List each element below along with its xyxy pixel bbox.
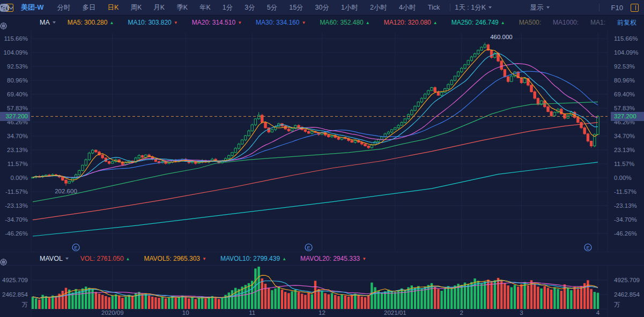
ma-value-disabled-ma500[interactable]: MA500: [519, 19, 541, 26]
mavol-value-mavol10[interactable]: MAVOL10: 2799.439▲ [220, 255, 286, 262]
mavol-value-vol[interactable]: VOL: 2761.050▲ [80, 255, 130, 262]
divider [599, 4, 599, 11]
tab-period-0[interactable]: 分时 [51, 3, 77, 12]
svg-text:-11.57%: -11.57% [614, 188, 636, 195]
mavol-selector[interactable]: MAVOL [40, 255, 69, 262]
ma-value-disabled-ma1000[interactable]: MA1000: [553, 19, 579, 26]
svg-text:69.40%: 69.40% [614, 91, 635, 97]
ma-selector[interactable]: MA [40, 19, 56, 26]
arrow-down-icon: ▼ [362, 256, 366, 261]
arrow-up-icon: ▲ [109, 20, 114, 25]
x-axis-month-label: 10 [182, 310, 189, 316]
chevron-down-icon [546, 6, 550, 9]
f10-button[interactable]: F10 [611, 4, 623, 12]
svg-text:115.66%: 115.66% [4, 35, 28, 42]
svg-text:34.70%: 34.70% [614, 133, 635, 139]
earnings-marker-icon: E [305, 244, 312, 251]
svg-text:57.83%: 57.83% [614, 105, 635, 111]
main-candlestick-chart[interactable]: 115.66%115.66%104.09%104.09%92.53%92.53%… [0, 29, 644, 252]
chevron-down-icon [53, 21, 56, 24]
mavol-value-mavol20[interactable]: MAVOL20: 2945.333▼ [300, 255, 366, 262]
svg-text:-34.70%: -34.70% [614, 216, 637, 223]
svg-text:0.00%: 0.00% [10, 175, 28, 181]
svg-text:104.09%: 104.09% [4, 49, 28, 56]
tab-period-14[interactable]: 4小时 [393, 3, 422, 12]
svg-text:E: E [307, 245, 310, 251]
mavol-values: VOL: 2761.050▲MAVOL5: 2965.303▼MAVOL10: … [80, 255, 380, 262]
arrow-up-icon: ▲ [366, 20, 370, 25]
svg-text:11.57%: 11.57% [614, 161, 634, 167]
ma-value-ma20[interactable]: MA20: 314.510▼ [192, 19, 242, 26]
ma-value-ma120[interactable]: MA120: 320.080▲ [384, 19, 438, 26]
svg-text:E: E [75, 245, 78, 251]
tab-period-11[interactable]: 30分 [309, 3, 335, 12]
multi-period-dropdown[interactable]: 1天 : 1分K [455, 3, 492, 12]
svg-text:92.53%: 92.53% [614, 63, 635, 70]
ma-value-ma10[interactable]: MA10: 303.820▼ [128, 19, 177, 26]
svg-text:80.96%: 80.96% [614, 77, 635, 84]
tab-period-4[interactable]: 月K [147, 3, 171, 12]
tab-period-13[interactable]: 2小时 [364, 3, 393, 12]
current-price-tag-left: 327.200 [0, 112, 30, 121]
earnings-marker-icon: E [584, 244, 591, 251]
svg-text:23.13%: 23.13% [614, 147, 635, 153]
arrow-down-icon: ▼ [174, 20, 178, 25]
x-axis-month-label: 2021/01 [384, 310, 406, 316]
svg-text:-23.13%: -23.13% [5, 202, 28, 209]
x-axis-month-label: 4 [596, 310, 600, 316]
svg-text:80.96%: 80.96% [7, 77, 28, 84]
svg-text:4925.709: 4925.709 [2, 277, 28, 283]
x-axis-month-label: 2 [460, 310, 463, 316]
tab-period-12[interactable]: 1小时 [335, 3, 364, 12]
ma-values: MA5: 300.280▲MA10: 303.820▼MA20: 314.510… [68, 19, 519, 26]
mavol-value-mavol5[interactable]: MAVOL5: 2965.303▼ [144, 255, 206, 262]
tab-period-15[interactable]: Tick [422, 4, 446, 11]
ma-disabled-values: MA500:MA1000:MA1: [519, 19, 617, 26]
tab-period-5[interactable]: 季K [171, 3, 194, 12]
tab-period-7[interactable]: 1分 [217, 3, 239, 12]
chevron-down-icon [65, 258, 69, 260]
earnings-marker-icon: E [72, 244, 79, 251]
x-axis-month-label: 11 [249, 310, 255, 316]
svg-text:57.83%: 57.83% [7, 105, 28, 111]
svg-text:-46.26%: -46.26% [614, 230, 637, 237]
tab-period-2[interactable]: 日K [102, 3, 125, 12]
adjust-mode-button[interactable]: 前复权 [617, 18, 636, 27]
ma-value-ma250[interactable]: MA250: 246.749▲ [451, 19, 505, 26]
svg-text:-34.70%: -34.70% [5, 216, 28, 223]
arrow-up-icon: ▲ [433, 20, 438, 25]
svg-text:69.40%: 69.40% [7, 91, 28, 97]
arrow-down-icon: ▼ [238, 20, 242, 25]
chevron-down-icon [488, 6, 492, 9]
arrow-up-icon: ▲ [126, 256, 130, 261]
tab-period-9[interactable]: 5分 [261, 3, 283, 12]
tab-period-3[interactable]: 周K [124, 3, 147, 12]
high-price-annotation: 460.000 [490, 34, 513, 40]
svg-text:104.09%: 104.09% [614, 49, 638, 56]
tab-period-6[interactable]: 年K [194, 3, 217, 12]
volume-indicator-row: MAVOL VOL: 2761.050▲MAVOL5: 2965.303▼MAV… [0, 252, 644, 266]
divider [450, 4, 450, 11]
svg-text:0.00%: 0.00% [614, 175, 632, 181]
svg-text:万: 万 [614, 301, 620, 308]
ma-value-disabled-ma1[interactable]: MA1: [590, 19, 605, 26]
tab-period-10[interactable]: 15分 [283, 3, 309, 12]
x-axis-month-label: 12 [319, 310, 325, 316]
svg-text:万: 万 [22, 301, 28, 308]
volume-chart[interactable]: 4925.7094925.7092462.8542462.854万万2020/0… [0, 266, 644, 317]
svg-text:92.53%: 92.53% [7, 63, 28, 70]
ma-value-ma30[interactable]: MA30: 334.160▼ [256, 19, 306, 26]
svg-text:34.70%: 34.70% [7, 133, 28, 139]
arrow-down-icon: ▼ [301, 20, 306, 25]
display-dropdown[interactable]: 显示 [530, 3, 550, 12]
x-axis-month-label: 2020/09 [101, 310, 124, 316]
arrow-up-icon: ▲ [501, 20, 505, 25]
symbol-title: 美团-W [21, 3, 44, 12]
ma-value-ma60[interactable]: MA60: 352.480▲ [320, 19, 369, 26]
x-axis-month-label: 3 [520, 310, 523, 316]
tab-period-8[interactable]: 3分 [239, 3, 261, 12]
ma-value-ma5[interactable]: MA5: 300.280▲ [68, 19, 114, 26]
panel-icon-right[interactable] [631, 4, 639, 12]
svg-text:11.57%: 11.57% [8, 161, 28, 167]
tab-period-1[interactable]: 多日 [77, 3, 102, 12]
